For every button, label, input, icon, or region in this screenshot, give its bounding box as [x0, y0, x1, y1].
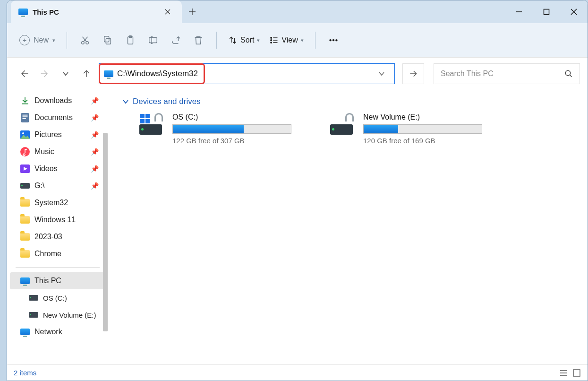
- address-history-button[interactable]: [378, 70, 394, 77]
- sidebar-item[interactable]: 2023-03: [7, 228, 108, 245]
- tab-this-pc[interactable]: This PC: [11, 0, 182, 23]
- sidebar-item-network[interactable]: Network: [7, 323, 108, 340]
- search-input[interactable]: [441, 69, 564, 78]
- details-view-button[interactable]: [559, 369, 568, 377]
- pin-icon: 📌: [91, 165, 99, 173]
- copy-button[interactable]: [98, 31, 117, 50]
- sort-label: Sort: [240, 36, 254, 44]
- new-button[interactable]: + New ▾: [17, 35, 58, 45]
- svg-rect-17: [23, 116, 28, 117]
- sidebar-item-label: Chrome: [34, 250, 61, 258]
- recent-button[interactable]: [57, 65, 74, 82]
- svg-point-13: [335, 39, 337, 41]
- music-icon: [20, 147, 30, 156]
- sort-button[interactable]: Sort ▾: [225, 31, 263, 50]
- sidebar-item-label: Music: [34, 147, 54, 156]
- sidebar-item[interactable]: Music📌: [7, 143, 108, 160]
- new-label: New: [34, 36, 49, 44]
- drive-icon: [29, 293, 38, 303]
- sidebar-item[interactable]: G:\📌: [7, 177, 108, 194]
- sidebar-item[interactable]: Pictures📌: [7, 126, 108, 143]
- sidebar-item[interactable]: Windows 11: [7, 211, 108, 228]
- sidebar-item[interactable]: System32: [7, 194, 108, 211]
- pin-icon: 📌: [91, 97, 99, 104]
- status-items: 2 items: [14, 369, 36, 377]
- chevron-down-icon: ▾: [257, 37, 260, 43]
- sidebar-item-drive[interactable]: New Volume (E:): [7, 306, 108, 323]
- sidebar-item-label: This PC: [34, 277, 61, 285]
- up-button[interactable]: [78, 65, 95, 82]
- drive-name: OS (C:): [172, 113, 300, 121]
- drive-usage-bar: [363, 124, 482, 134]
- rename-button[interactable]: [144, 31, 162, 50]
- address-bar[interactable]: [99, 63, 395, 84]
- plus-circle-icon: +: [19, 35, 30, 45]
- paste-button[interactable]: [121, 31, 140, 50]
- svg-rect-0: [544, 9, 549, 15]
- svg-point-8: [271, 37, 272, 39]
- share-button[interactable]: [166, 31, 185, 50]
- sidebar-item-label: New Volume (E:): [43, 311, 96, 319]
- chevron-down-icon: ▾: [52, 37, 55, 43]
- svg-rect-16: [23, 115, 28, 116]
- file-explorer-window: This PC + New ▾ Sort ▾: [7, 0, 588, 381]
- sidebar-item-drive[interactable]: OS (C:): [7, 289, 108, 306]
- monitor-icon: [18, 7, 28, 17]
- folder-icon: [20, 232, 30, 242]
- close-tab-button[interactable]: [161, 5, 174, 18]
- drive-item[interactable]: New Volume (E:)120 GB free of 169 GB: [330, 113, 491, 145]
- pin-icon: 📌: [91, 182, 99, 190]
- svg-point-20: [22, 132, 24, 134]
- sidebar: Downloads📌Documents📌Pictures📌Music📌Video…: [7, 89, 108, 364]
- minimize-button[interactable]: [505, 0, 533, 23]
- address-input[interactable]: [117, 69, 374, 78]
- pin-icon: 📌: [91, 148, 99, 156]
- pin-icon: 📌: [91, 114, 99, 121]
- sidebar-item-label: Network: [34, 328, 62, 336]
- close-window-button[interactable]: [560, 0, 588, 23]
- sidebar-item-this-pc[interactable]: This PC: [10, 272, 105, 289]
- svg-rect-4: [104, 36, 109, 42]
- sidebar-item-label: Pictures: [34, 130, 62, 139]
- status-bar: 2 items: [7, 364, 588, 381]
- forward-button[interactable]: [36, 65, 53, 82]
- new-tab-button[interactable]: [182, 0, 203, 23]
- sidebar-item-label: System32: [34, 199, 68, 207]
- pic-icon: [20, 130, 30, 139]
- tab-title: This PC: [33, 8, 156, 16]
- monitor-icon: [104, 69, 113, 78]
- window-controls: [505, 0, 588, 23]
- monitor-icon: [20, 276, 30, 286]
- go-button[interactable]: [402, 63, 424, 84]
- toolbar: + New ▾ Sort ▾ View ▾: [7, 23, 588, 57]
- drive-free-text: 122 GB free of 307 GB: [172, 137, 300, 145]
- folder-icon: [20, 249, 30, 259]
- video-icon: [20, 164, 30, 173]
- sidebar-item[interactable]: Chrome: [7, 245, 108, 262]
- back-button[interactable]: [16, 65, 33, 82]
- delete-button[interactable]: [189, 31, 208, 50]
- nav-row: [7, 57, 588, 89]
- svg-rect-23: [573, 370, 580, 376]
- sidebar-item[interactable]: Downloads📌: [7, 92, 108, 109]
- sidebar-item-label: Videos: [34, 165, 58, 173]
- drive-icon: [20, 181, 30, 190]
- section-header[interactable]: Devices and drives: [122, 97, 578, 106]
- doc-icon: [20, 113, 30, 122]
- more-button[interactable]: [324, 31, 343, 50]
- section-title: Devices and drives: [133, 97, 201, 106]
- drive-item[interactable]: OS (C:)122 GB free of 307 GB: [139, 113, 300, 145]
- sidebar-item-label: Downloads: [34, 96, 72, 105]
- folder-icon: [20, 198, 30, 208]
- search-box[interactable]: [434, 63, 580, 84]
- sidebar-item[interactable]: Documents📌: [7, 109, 108, 126]
- tiles-view-button[interactable]: [572, 369, 581, 377]
- view-button[interactable]: View ▾: [266, 31, 306, 50]
- maximize-button[interactable]: [533, 0, 560, 23]
- cut-button[interactable]: [76, 31, 94, 50]
- sidebar-item-label: G:\: [34, 182, 44, 190]
- sidebar-item[interactable]: Videos📌: [7, 160, 108, 177]
- search-icon: [564, 69, 573, 78]
- chevron-down-icon: ▾: [301, 37, 304, 43]
- sidebar-scrollbar[interactable]: [103, 89, 108, 364]
